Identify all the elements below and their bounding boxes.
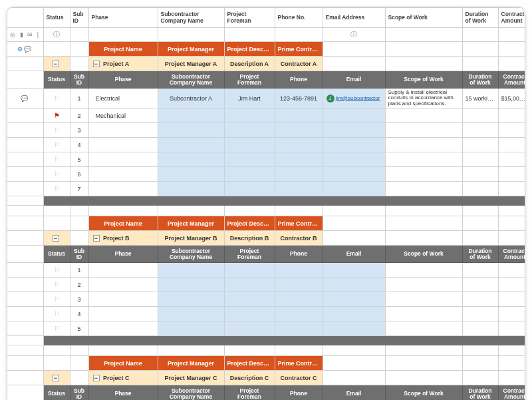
flag-icon[interactable]: ⚐	[54, 296, 60, 303]
foreman-cell[interactable]: Jim Hart	[224, 89, 275, 108]
col-sub-id[interactable]: Sub ID	[70, 8, 88, 28]
scope-cell[interactable]	[385, 152, 462, 167]
scope-cell[interactable]	[385, 321, 462, 336]
amount-cell[interactable]	[498, 307, 525, 321]
phone-cell[interactable]	[275, 152, 323, 167]
email-cell[interactable]	[323, 138, 385, 152]
status-cell[interactable]: ⚑	[43, 108, 70, 123]
subcontractor-cell[interactable]	[158, 321, 224, 336]
foreman-cell[interactable]	[224, 108, 275, 123]
status-cell[interactable]: ⚐	[43, 152, 70, 167]
foreman-cell[interactable]	[224, 123, 275, 138]
phase-cell[interactable]	[88, 263, 158, 278]
foreman-cell[interactable]	[224, 152, 275, 167]
subcontractor-cell[interactable]	[158, 263, 224, 278]
phase-cell[interactable]	[88, 167, 158, 182]
status-cell[interactable]: ⚐	[43, 321, 70, 336]
phase-cell[interactable]	[88, 138, 158, 152]
email-cell[interactable]	[323, 182, 385, 196]
col-phase[interactable]: Phase	[88, 8, 158, 28]
email-cell[interactable]	[323, 307, 385, 321]
phase-cell[interactable]	[88, 307, 158, 321]
amount-cell[interactable]	[498, 263, 525, 278]
subcontractor-cell[interactable]	[158, 292, 224, 307]
duration-cell[interactable]	[462, 167, 498, 182]
phase-cell[interactable]	[88, 278, 158, 292]
phase-cell[interactable]	[88, 123, 158, 138]
duration-cell[interactable]	[462, 278, 498, 292]
foreman-cell[interactable]	[224, 138, 275, 152]
amount-cell[interactable]	[498, 108, 525, 123]
status-cell[interactable]: ⚐	[43, 138, 70, 152]
row-toolbar-icons[interactable]: ◎ ▮ ✉ |	[10, 31, 40, 38]
amount-cell[interactable]	[498, 152, 525, 167]
email-cell[interactable]	[323, 263, 385, 278]
scope-cell[interactable]	[385, 138, 462, 152]
email-cell[interactable]	[323, 278, 385, 292]
scope-cell[interactable]	[385, 263, 462, 278]
expand-icon[interactable]: −	[93, 61, 100, 67]
flag-icon[interactable]: ⚐	[54, 156, 60, 163]
collapse-icon[interactable]: −	[53, 375, 59, 381]
flag-icon[interactable]: ⚐	[54, 126, 60, 134]
subcontractor-cell[interactable]	[158, 307, 224, 321]
subcontractor-cell[interactable]	[158, 138, 224, 152]
phase-cell[interactable]	[88, 182, 158, 196]
phone-cell[interactable]: 123-456-7891	[275, 89, 323, 108]
email-cell[interactable]	[323, 167, 385, 182]
collapse-icon[interactable]: −	[53, 235, 59, 242]
amount-cell[interactable]	[498, 182, 525, 196]
foreman-cell[interactable]	[224, 292, 275, 307]
status-cell[interactable]: ⚐	[43, 292, 70, 307]
phone-cell[interactable]	[275, 263, 323, 278]
amount-cell[interactable]	[498, 321, 525, 336]
duration-cell[interactable]	[462, 307, 498, 321]
email-cell[interactable]: Jjim@subcontractor	[323, 89, 385, 108]
scope-cell[interactable]	[385, 307, 462, 321]
scope-cell[interactable]	[385, 108, 462, 123]
expand-icon[interactable]: −	[93, 375, 100, 381]
scope-cell[interactable]	[385, 167, 462, 182]
flag-icon[interactable]: ⚐	[54, 185, 60, 192]
phase-cell[interactable]	[88, 152, 158, 167]
col-foreman[interactable]: Project Foreman	[224, 8, 275, 28]
foreman-cell[interactable]	[224, 307, 275, 321]
foreman-cell[interactable]	[224, 182, 275, 196]
phase-cell[interactable]	[88, 292, 158, 307]
amount-cell[interactable]	[498, 278, 525, 292]
phase-cell[interactable]: Mechanical	[88, 108, 158, 123]
foreman-cell[interactable]	[224, 278, 275, 292]
duration-cell[interactable]	[462, 123, 498, 138]
comment-icon[interactable]: 💬	[21, 95, 28, 102]
foreman-cell[interactable]	[224, 263, 275, 278]
phone-cell[interactable]	[275, 108, 323, 123]
col-duration[interactable]: Duration of Work	[462, 8, 498, 28]
email-cell[interactable]	[323, 292, 385, 307]
status-cell[interactable]: ⚐	[43, 263, 70, 278]
duration-cell[interactable]	[462, 138, 498, 152]
duration-cell[interactable]	[462, 292, 498, 307]
flag-icon[interactable]: ⚐	[54, 281, 60, 288]
collapse-icon[interactable]: −	[53, 61, 59, 67]
col-amount[interactable]: Contract Amount	[498, 8, 525, 28]
email-cell[interactable]	[323, 123, 385, 138]
status-cell[interactable]: ⚐	[43, 123, 70, 138]
foreman-cell[interactable]	[224, 167, 275, 182]
amount-cell[interactable]	[498, 123, 525, 138]
email-cell[interactable]	[323, 321, 385, 336]
amount-cell[interactable]: $15,000.00	[498, 89, 525, 108]
attachment-icon[interactable]: ⚙	[17, 46, 23, 53]
project-name[interactable]: − Project C	[88, 371, 158, 385]
phone-cell[interactable]	[275, 182, 323, 196]
phone-cell[interactable]	[275, 307, 323, 321]
project-name[interactable]: − Project B	[88, 231, 158, 246]
status-cell[interactable]: ⚐	[43, 182, 70, 196]
flag-icon[interactable]: ⚐	[54, 141, 60, 148]
info-icon[interactable]: ⓘ	[350, 31, 357, 38]
phone-cell[interactable]	[275, 321, 323, 336]
duration-cell[interactable]	[462, 108, 498, 123]
status-cell[interactable]: ⚐	[43, 278, 70, 292]
phone-cell[interactable]	[275, 123, 323, 138]
amount-cell[interactable]	[498, 138, 525, 152]
flag-icon[interactable]: ⚐	[54, 325, 60, 332]
